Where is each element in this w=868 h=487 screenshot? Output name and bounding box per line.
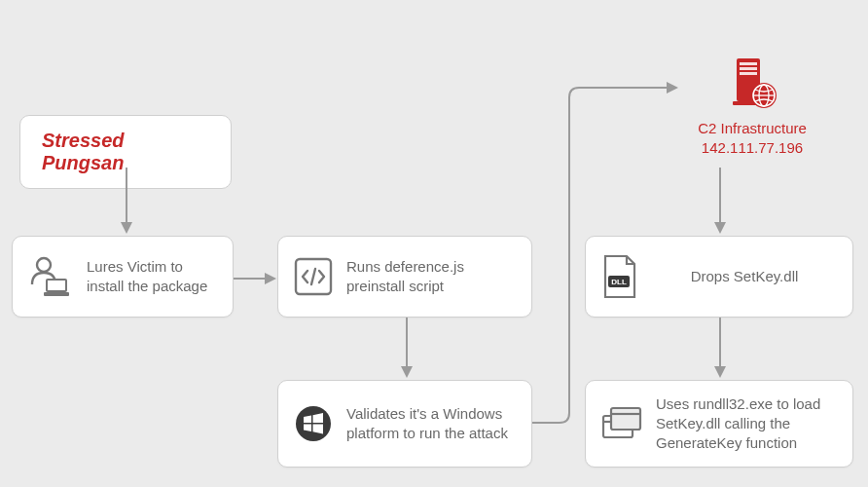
windows-icon [294, 404, 333, 443]
title-text: Stressed Pungsan [42, 130, 125, 173]
node-validate-windows: Validates it's a Windows platform to run… [277, 380, 532, 468]
svg-rect-9 [740, 67, 757, 70]
svg-point-0 [37, 258, 51, 272]
arrow-c2-to-drops [710, 168, 730, 236]
code-icon [294, 257, 333, 296]
svg-point-6 [296, 406, 331, 441]
svg-marker-25 [265, 273, 276, 284]
arrow-title-to-lure [117, 168, 136, 236]
svg-marker-30 [714, 222, 726, 234]
node-run-deference: Runs deference.js preinstall script [277, 236, 532, 318]
server-globe-icon [679, 56, 825, 113]
svg-rect-10 [740, 72, 757, 75]
arrow-drops-to-rundll [710, 318, 730, 380]
svg-rect-2 [48, 281, 65, 290]
svg-rect-8 [740, 62, 757, 65]
svg-marker-23 [121, 222, 132, 234]
svg-line-5 [311, 269, 315, 284]
svg-marker-32 [714, 366, 726, 378]
arrow-deference-to-validate [397, 318, 416, 380]
arrow-lure-to-deference [234, 269, 278, 288]
node-lure-victim: Lures Victim to install the package [12, 236, 234, 318]
node-lure-label: Lures Victim to install the package [87, 257, 217, 297]
c2-infrastructure: C2 Infrastructure 142.111.77.196 [679, 56, 825, 159]
c2-label: C2 Infrastructure [679, 119, 825, 138]
user-computer-icon [28, 255, 73, 298]
node-deference-label: Runs deference.js preinstall script [346, 257, 516, 297]
node-validate-label: Validates it's a Windows platform to run… [346, 404, 516, 444]
svg-rect-3 [44, 292, 69, 296]
svg-marker-28 [667, 82, 678, 94]
svg-marker-27 [401, 366, 413, 378]
c2-ip: 142.111.77.196 [679, 138, 825, 158]
arrow-validate-to-c2 [532, 80, 688, 431]
